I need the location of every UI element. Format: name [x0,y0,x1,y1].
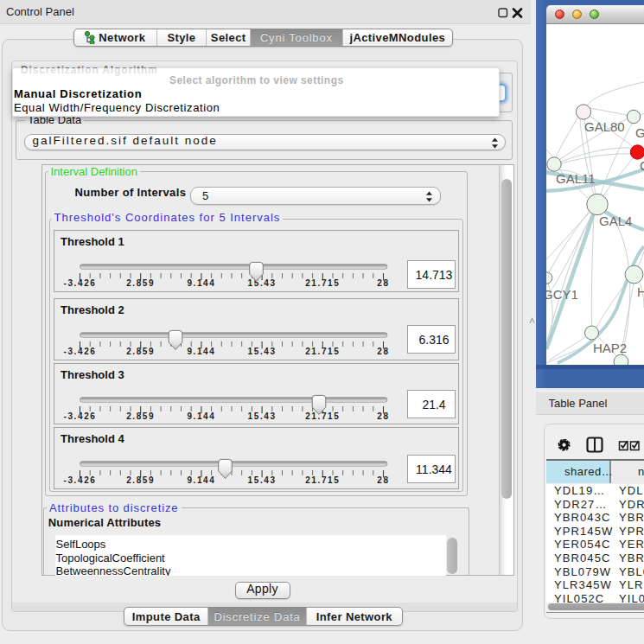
svg-text:-3.426: -3.426 [63,411,96,421]
svg-text:9.144: 9.144 [187,475,215,485]
svg-text:-3.426: -3.426 [63,279,96,289]
svg-text:15.43: 15.43 [247,411,276,421]
svg-text:21.715: 21.715 [305,347,340,356]
svg-text:15.43: 15.43 [247,279,276,289]
svg-text:2.859: 2.859 [126,411,155,421]
svg-text:9.144: 9.144 [187,279,215,289]
svg-text:15.43: 15.43 [247,475,276,485]
svg-text:2.859: 2.859 [126,279,155,289]
svg-text:2.859: 2.859 [126,347,155,356]
svg-text:28: 28 [377,411,389,421]
svg-text:21.715: 21.715 [305,279,340,289]
svg-text:-3.426: -3.426 [63,475,96,485]
svg-text:21.715: 21.715 [305,411,340,421]
svg-text:15.43: 15.43 [247,347,276,356]
svg-text:21.715: 21.715 [305,475,340,485]
svg-text:2.859: 2.859 [126,475,155,485]
svg-text:9.144: 9.144 [187,347,215,356]
svg-text:28: 28 [377,475,389,485]
svg-text:-3.426: -3.426 [63,347,96,356]
svg-text:28: 28 [377,279,389,289]
svg-text:28: 28 [377,347,389,356]
svg-text:9.144: 9.144 [187,411,215,421]
